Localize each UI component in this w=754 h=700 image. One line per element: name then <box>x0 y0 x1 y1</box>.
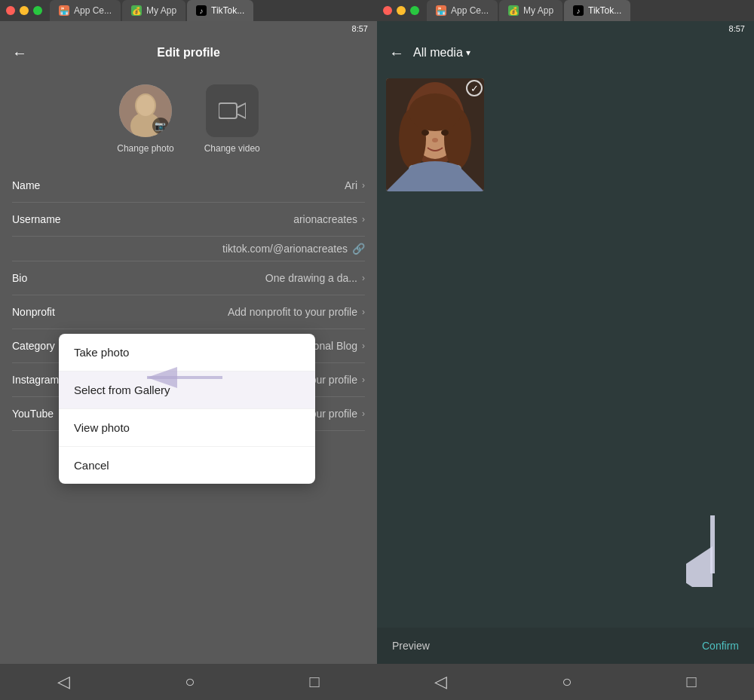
change-photo-label: Change photo <box>117 143 173 154</box>
right-nav-home-icon[interactable]: ○ <box>562 672 572 692</box>
right-nav-bar: ◁ ○ □ <box>377 664 754 700</box>
right-tab-myapp-label: My App <box>523 5 553 16</box>
name-label: Name <box>12 179 72 191</box>
nonprofit-value: Add nonprofit to your profile › <box>228 306 365 318</box>
camera-overlay-icon: 📷 <box>152 118 169 134</box>
media-item[interactable]: ✓ <box>383 75 487 194</box>
right-back-button[interactable]: ← <box>389 44 404 62</box>
left-time: 8:57 <box>352 24 368 33</box>
username-label: Username <box>12 213 72 225</box>
right-appcenter-icon: 🏪 <box>436 5 446 16</box>
field-bio[interactable]: Bio One drawing a da... › <box>12 261 365 295</box>
username-value: arionacreates › <box>293 213 365 225</box>
myapp-icon: 💰 <box>131 5 142 16</box>
right-tab-appcenter[interactable]: 🏪 App Ce... <box>427 0 498 21</box>
all-media-title: All media ▾ <box>413 46 470 60</box>
select-gallery-item[interactable]: Select from Gallery <box>59 371 315 409</box>
right-tabs: 🏪 App Ce... 💰 My App ♪ TikTok... <box>427 0 630 21</box>
nonprofit-label: Nonprofit <box>12 306 72 318</box>
svg-point-15 <box>441 130 449 136</box>
down-arrow-svg <box>686 512 739 587</box>
right-myapp-icon: 💰 <box>508 5 519 16</box>
svg-rect-4 <box>219 103 237 118</box>
instagram-value: our profile › <box>311 374 365 386</box>
youtube-value: our profile › <box>311 408 365 420</box>
tiktok-icon: ♪ <box>196 5 207 16</box>
field-nonprofit[interactable]: Nonprofit Add nonprofit to your profile … <box>12 295 365 329</box>
left-tabs: 🏪 App Ce... 💰 My App ♪ TikTok... <box>50 0 253 21</box>
category-value: sonal Blog › <box>308 340 365 352</box>
tab-appcenter-label: App Ce... <box>74 5 112 16</box>
right-tab-myapp[interactable]: 💰 My App <box>499 0 562 21</box>
right-tiktok-icon: ♪ <box>573 5 584 16</box>
profile-edit-section: 📷 Change photo Change video <box>0 69 377 169</box>
field-url-row: tiktok.com/@arionacreates 🔗 <box>12 237 365 261</box>
right-nav-recents-icon[interactable]: □ <box>687 672 697 692</box>
left-panel: 8:57 ← Edit profile <box>0 21 377 700</box>
cancel-item[interactable]: Cancel <box>59 447 315 484</box>
right-tab-tiktok-label: TikTok... <box>588 5 621 16</box>
username-chevron: › <box>362 214 365 225</box>
right-traffic-lights <box>383 6 419 15</box>
right-nav-back-icon[interactable]: ◁ <box>434 672 447 692</box>
tab-myapp[interactable]: 💰 My App <box>122 0 185 21</box>
field-name[interactable]: Name Ari › <box>12 169 365 203</box>
media-check-circle: ✓ <box>466 80 483 96</box>
right-tab-tiktok[interactable]: ♪ TikTok... <box>564 0 630 21</box>
right-panel: 8:57 ← All media ▾ ✓ <box>377 21 754 700</box>
svg-point-13 <box>409 93 461 131</box>
bio-value: One drawing a da... › <box>265 272 365 284</box>
bio-label: Bio <box>12 272 72 284</box>
close-button[interactable] <box>6 6 15 15</box>
right-status-bar: 8:57 <box>377 21 754 36</box>
left-title-bar: 🏪 App Ce... 💰 My App ♪ TikTok... <box>0 0 377 21</box>
change-video-label: Change video <box>204 143 260 154</box>
nav-recents-icon[interactable]: □ <box>310 672 320 692</box>
right-title-bar: 🏪 App Ce... 💰 My App ♪ TikTok... <box>377 0 754 21</box>
take-photo-item[interactable]: Take photo <box>59 334 315 371</box>
left-status-bar: 8:57 <box>0 21 377 36</box>
right-close-button[interactable] <box>383 6 392 15</box>
tab-myapp-label: My App <box>146 5 176 16</box>
name-value: Ari › <box>345 179 365 191</box>
tab-appcenter[interactable]: 🏪 App Ce... <box>50 0 121 21</box>
back-button[interactable]: ← <box>12 44 27 62</box>
all-media-header: ← All media ▾ <box>377 36 754 69</box>
svg-point-14 <box>421 130 429 136</box>
down-arrow-annotation <box>686 512 739 590</box>
main-content: 8:57 ← Edit profile <box>0 21 754 700</box>
right-time: 8:57 <box>729 24 745 33</box>
right-minimize-button[interactable] <box>397 6 406 15</box>
dropdown-caret-icon[interactable]: ▾ <box>466 47 470 58</box>
video-icon-box <box>206 84 259 137</box>
edit-profile-header: ← Edit profile <box>0 36 377 69</box>
url-value: tiktok.com/@arionacreates 🔗 <box>222 243 365 255</box>
tab-tiktok[interactable]: ♪ TikTok... <box>187 0 253 21</box>
appcenter-icon: 🏪 <box>59 5 69 16</box>
media-grid: ✓ <box>377 69 754 628</box>
view-photo-item[interactable]: View photo <box>59 409 315 447</box>
tab-tiktok-label: TikTok... <box>211 5 244 16</box>
bio-chevron: › <box>362 273 365 283</box>
right-maximize-button[interactable] <box>410 6 419 15</box>
category-chevron: › <box>362 341 365 351</box>
nav-home-icon[interactable]: ○ <box>185 672 195 692</box>
link-icon: 🔗 <box>352 243 365 255</box>
minimize-button[interactable] <box>20 6 29 15</box>
instagram-chevron: › <box>362 374 365 385</box>
avatar: 📷 <box>119 84 172 137</box>
traffic-lights <box>6 6 42 15</box>
svg-point-16 <box>432 138 438 142</box>
maximize-button[interactable] <box>33 6 42 15</box>
change-video-option[interactable]: Change video <box>204 84 260 154</box>
confirm-button[interactable]: Confirm <box>702 640 739 652</box>
context-menu: Take photo Select from Gallery View phot… <box>59 334 315 484</box>
name-chevron: › <box>362 180 365 191</box>
youtube-chevron: › <box>362 408 365 419</box>
preview-label: Preview <box>392 640 430 652</box>
field-username[interactable]: Username arionacreates › <box>12 203 365 237</box>
nav-back-icon[interactable]: ◁ <box>57 672 70 692</box>
change-photo-option[interactable]: 📷 Change photo <box>117 84 173 154</box>
right-bottom-bar: Preview Confirm <box>377 628 754 664</box>
video-icon <box>219 100 246 121</box>
